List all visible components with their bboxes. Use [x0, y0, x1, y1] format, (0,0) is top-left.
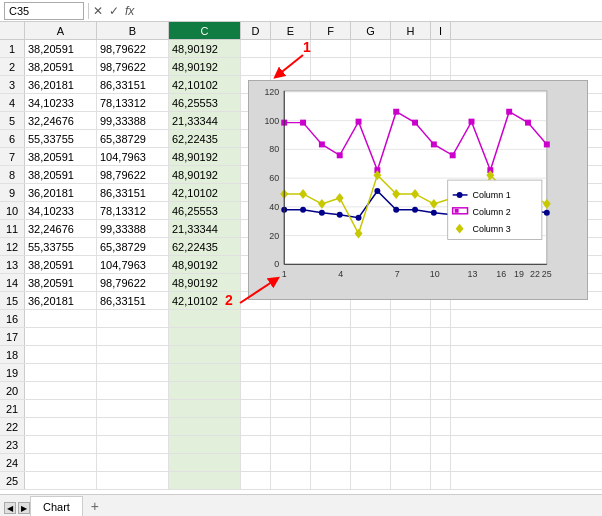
- cell-c4[interactable]: 46,25553: [169, 94, 241, 111]
- cancel-icon[interactable]: ✕: [93, 4, 103, 18]
- cell-b4[interactable]: 78,13312: [97, 94, 169, 111]
- cell-extra-17-3[interactable]: [351, 346, 391, 363]
- cell-a23[interactable]: [25, 436, 97, 453]
- confirm-icon[interactable]: ✓: [109, 4, 119, 18]
- cell-c21[interactable]: [169, 400, 241, 417]
- cell-extra-0-0[interactable]: [241, 40, 271, 57]
- tab-scroll-left[interactable]: ◀: [4, 502, 16, 514]
- cell-a6[interactable]: 55,33755: [25, 130, 97, 147]
- cell-b18[interactable]: [97, 346, 169, 363]
- cell-extra-23-1[interactable]: [271, 454, 311, 471]
- cell-extra-0-2[interactable]: [311, 40, 351, 57]
- cell-extra-1-3[interactable]: [351, 58, 391, 75]
- cell-extra-21-0[interactable]: [241, 418, 271, 435]
- cell-c23[interactable]: [169, 436, 241, 453]
- col-header-f[interactable]: F: [311, 22, 351, 39]
- cell-a15[interactable]: 36,20181: [25, 292, 97, 309]
- cell-a16[interactable]: [25, 310, 97, 327]
- cell-b22[interactable]: [97, 418, 169, 435]
- cell-c20[interactable]: [169, 382, 241, 399]
- cell-extra-19-2[interactable]: [311, 382, 351, 399]
- cell-extra-16-0[interactable]: [241, 328, 271, 345]
- cell-extra-1-1[interactable]: [271, 58, 311, 75]
- cell-c2[interactable]: 48,90192: [169, 58, 241, 75]
- cell-extra-18-3[interactable]: [351, 364, 391, 381]
- cell-c24[interactable]: [169, 454, 241, 471]
- cell-c5[interactable]: 21,33344: [169, 112, 241, 129]
- cell-a13[interactable]: 38,20591: [25, 256, 97, 273]
- cell-extra-24-1[interactable]: [271, 472, 311, 489]
- cell-c13[interactable]: 48,90192: [169, 256, 241, 273]
- cell-extra-21-2[interactable]: [311, 418, 351, 435]
- col-header-h[interactable]: H: [391, 22, 431, 39]
- cell-extra-24-3[interactable]: [351, 472, 391, 489]
- cell-extra-0-4[interactable]: [391, 40, 431, 57]
- cell-extra-18-2[interactable]: [311, 364, 351, 381]
- cell-a19[interactable]: [25, 364, 97, 381]
- cell-extra-23-5[interactable]: [431, 454, 451, 471]
- cell-c16[interactable]: [169, 310, 241, 327]
- cell-a4[interactable]: 34,10233: [25, 94, 97, 111]
- cell-c17[interactable]: [169, 328, 241, 345]
- cell-b24[interactable]: [97, 454, 169, 471]
- cell-extra-16-4[interactable]: [391, 328, 431, 345]
- cell-a12[interactable]: 55,33755: [25, 238, 97, 255]
- cell-extra-24-5[interactable]: [431, 472, 451, 489]
- cell-b12[interactable]: 65,38729: [97, 238, 169, 255]
- cell-extra-17-1[interactable]: [271, 346, 311, 363]
- cell-c6[interactable]: 62,22435: [169, 130, 241, 147]
- cell-b14[interactable]: 98,79622: [97, 274, 169, 291]
- cell-c9[interactable]: 42,10102: [169, 184, 241, 201]
- cell-extra-16-1[interactable]: [271, 328, 311, 345]
- chart-container[interactable]: 0 20 40 60 80 100 120 1 4 7 10 13 16 19 …: [248, 80, 588, 300]
- cell-extra-19-0[interactable]: [241, 382, 271, 399]
- cell-extra-20-2[interactable]: [311, 400, 351, 417]
- cell-a20[interactable]: [25, 382, 97, 399]
- cell-a14[interactable]: 38,20591: [25, 274, 97, 291]
- cell-a17[interactable]: [25, 328, 97, 345]
- cell-b9[interactable]: 86,33151: [97, 184, 169, 201]
- cell-c14[interactable]: 48,90192: [169, 274, 241, 291]
- cell-extra-19-1[interactable]: [271, 382, 311, 399]
- name-box[interactable]: C35: [4, 2, 84, 20]
- cell-extra-21-5[interactable]: [431, 418, 451, 435]
- cell-extra-18-5[interactable]: [431, 364, 451, 381]
- cell-c3[interactable]: 42,10102: [169, 76, 241, 93]
- cell-extra-23-0[interactable]: [241, 454, 271, 471]
- cell-extra-0-3[interactable]: [351, 40, 391, 57]
- cell-a25[interactable]: [25, 472, 97, 489]
- cell-extra-22-1[interactable]: [271, 436, 311, 453]
- cell-extra-1-4[interactable]: [391, 58, 431, 75]
- cell-extra-22-2[interactable]: [311, 436, 351, 453]
- cell-extra-0-1[interactable]: [271, 40, 311, 57]
- cell-extra-16-2[interactable]: [311, 328, 351, 345]
- cell-extra-22-5[interactable]: [431, 436, 451, 453]
- cell-extra-18-1[interactable]: [271, 364, 311, 381]
- cell-a9[interactable]: 36,20181: [25, 184, 97, 201]
- cell-extra-1-2[interactable]: [311, 58, 351, 75]
- cell-a2[interactable]: 38,20591: [25, 58, 97, 75]
- col-header-g[interactable]: G: [351, 22, 391, 39]
- cell-extra-15-3[interactable]: [351, 310, 391, 327]
- cell-extra-16-5[interactable]: [431, 328, 451, 345]
- cell-c11[interactable]: 21,33344: [169, 220, 241, 237]
- cell-c18[interactable]: [169, 346, 241, 363]
- cell-extra-20-4[interactable]: [391, 400, 431, 417]
- cell-a3[interactable]: 36,20181: [25, 76, 97, 93]
- cell-b6[interactable]: 65,38729: [97, 130, 169, 147]
- cell-extra-17-0[interactable]: [241, 346, 271, 363]
- cell-c19[interactable]: [169, 364, 241, 381]
- cell-a5[interactable]: 32,24676: [25, 112, 97, 129]
- cell-a11[interactable]: 32,24676: [25, 220, 97, 237]
- cell-a24[interactable]: [25, 454, 97, 471]
- cell-extra-15-4[interactable]: [391, 310, 431, 327]
- cell-b25[interactable]: [97, 472, 169, 489]
- cell-c10[interactable]: 46,25553: [169, 202, 241, 219]
- formula-input[interactable]: [146, 2, 598, 20]
- cell-a18[interactable]: [25, 346, 97, 363]
- cell-extra-20-0[interactable]: [241, 400, 271, 417]
- col-header-d[interactable]: D: [241, 22, 271, 39]
- cell-c15[interactable]: 42,10102: [169, 292, 241, 309]
- cell-extra-21-3[interactable]: [351, 418, 391, 435]
- tab-chart[interactable]: Chart: [30, 496, 83, 516]
